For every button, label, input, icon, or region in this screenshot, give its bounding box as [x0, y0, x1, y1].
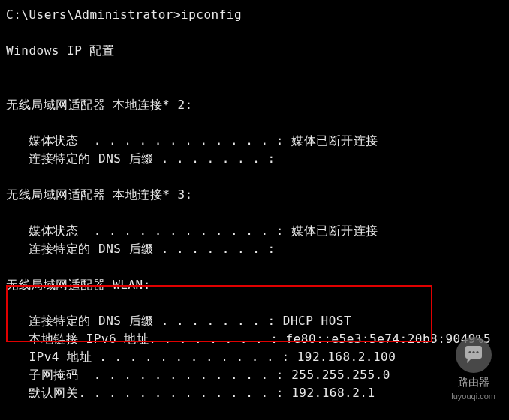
- blank: [6, 24, 509, 42]
- subnet-value: 255.255.255.0: [291, 368, 390, 382]
- blank: [6, 114, 509, 132]
- subnet-label: 子网掩码 . . . . . . . . . . . . :: [6, 368, 291, 382]
- dns-suffix-row: 连接特定的 DNS 后缀 . . . . . . . :: [6, 150, 509, 168]
- media-state-value: 媒体已断开连接: [291, 224, 378, 238]
- dns-suffix-value: DHCP HOST: [283, 314, 351, 328]
- blank: [6, 78, 509, 96]
- ipv6-label: 本地链接 IPv6 地址. . . . . . . . :: [6, 332, 286, 346]
- blank: [6, 60, 509, 78]
- blank: [6, 204, 509, 222]
- adapter-title-wlan3: 无线局域网适配器 本地连接* 3:: [6, 186, 509, 204]
- config-header: Windows IP 配置: [6, 42, 509, 60]
- dns-suffix-row: 连接特定的 DNS 后缀 . . . . . . . :: [6, 240, 509, 258]
- blank: [6, 168, 509, 186]
- dns-suffix-label: 连接特定的 DNS 后缀 . . . . . . . :: [6, 314, 283, 328]
- blank: [6, 402, 509, 420]
- adapter-title-wlan2: 无线局域网适配器 本地连接* 2:: [6, 96, 509, 114]
- ipv4-label: IPv4 地址 . . . . . . . . . . . . :: [6, 350, 297, 364]
- gateway-value: 192.168.2.1: [291, 386, 375, 400]
- media-state-label: 媒体状态 . . . . . . . . . . . . :: [6, 134, 291, 148]
- blank: [6, 294, 509, 312]
- gateway-label: 默认网关. . . . . . . . . . . . . :: [6, 386, 291, 400]
- ipv4-row: IPv4 地址 . . . . . . . . . . . . : 192.16…: [6, 348, 509, 366]
- command-prompt: C:\Users\Administrator>ipconfig: [6, 6, 509, 24]
- ipv4-value: 192.168.2.100: [297, 350, 396, 364]
- gateway-row: 默认网关. . . . . . . . . . . . . : 192.168.…: [6, 384, 509, 402]
- media-state-value: 媒体已断开连接: [291, 134, 378, 148]
- blank: [6, 258, 509, 276]
- adapter-title-wlan: 无线局域网适配器 WLAN:: [6, 276, 509, 294]
- ipv6-value: fe80::e5e3:5e74:20b8:9049%5: [286, 332, 492, 346]
- ipv6-row: 本地链接 IPv6 地址. . . . . . . . : fe80::e5e3…: [6, 330, 509, 348]
- media-state-row: 媒体状态 . . . . . . . . . . . . : 媒体已断开连接: [6, 132, 509, 150]
- media-state-label: 媒体状态 . . . . . . . . . . . . :: [6, 224, 291, 238]
- dns-suffix-row: 连接特定的 DNS 后缀 . . . . . . . : DHCP HOST: [6, 312, 509, 330]
- subnet-row: 子网掩码 . . . . . . . . . . . . : 255.255.2…: [6, 366, 509, 384]
- media-state-row: 媒体状态 . . . . . . . . . . . . : 媒体已断开连接: [6, 222, 509, 240]
